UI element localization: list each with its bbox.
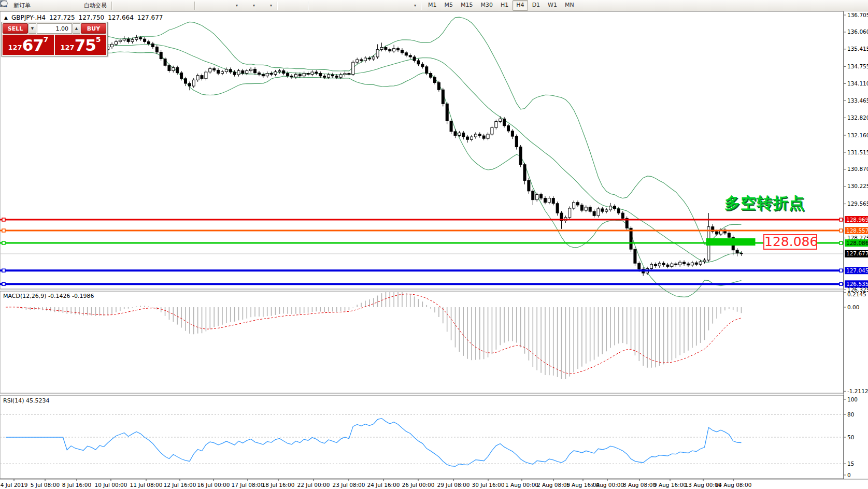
timeframe-H4[interactable]: H4	[513, 0, 528, 11]
timeframe-M1[interactable]: M1	[424, 0, 440, 11]
clock-icon	[243, 2, 251, 9]
sell-button[interactable]: SELL	[3, 23, 28, 34]
time-axis[interactable]: 4 Jul 20195 Jul 08:008 Jul 16:0010 Jul 0…	[1, 479, 752, 488]
volume-up-button[interactable]: ▲	[73, 23, 80, 34]
label-tool[interactable]: T	[389, 1, 401, 10]
sell-price-pip: 7	[44, 36, 49, 43]
rsi-label: RSI(14) 45.5234	[3, 397, 49, 404]
svg-text:128.557: 128.557	[846, 227, 868, 234]
horizontal-lines	[0, 218, 844, 285]
svg-text:23 Jul 08:00: 23 Jul 08:00	[333, 482, 365, 488]
rsi-axis[interactable]: 1008050150	[844, 396, 858, 478]
autotrading-button[interactable]: 自动交易	[73, 1, 109, 10]
ohlc-low: 127.664	[108, 14, 134, 22]
computer-icon	[49, 2, 56, 9]
cursor-icon	[282, 2, 290, 9]
one-click-trade-panel: SELL ▼ 1.00 ▲ BUY 127 67 7 127 75 5	[1, 22, 108, 56]
chart-forward-button[interactable]	[211, 1, 223, 10]
svg-text:24 Jul 16:00: 24 Jul 16:00	[367, 482, 400, 488]
symbol-marker-icon[interactable]: ▲	[4, 14, 8, 22]
bar-chart-button[interactable]	[115, 1, 127, 10]
text-icon: A	[378, 2, 386, 9]
svg-text:29 Jul 08:00: 29 Jul 08:00	[437, 482, 470, 488]
timeframe-D1[interactable]: D1	[529, 0, 544, 11]
svg-text:8 Aug 08:00: 8 Aug 08:00	[623, 482, 656, 488]
template-button[interactable]: ▾	[258, 1, 274, 10]
dropdown-caret-icon: ▾	[253, 3, 255, 8]
turning-point-annotation[interactable]: 多空转折点	[724, 193, 815, 214]
buy-button[interactable]: BUY	[81, 23, 106, 34]
arrows-tool[interactable]: ▾	[402, 1, 418, 10]
ohlc-close: 127.677	[137, 14, 163, 22]
timeframe-MN[interactable]: MN	[561, 0, 578, 11]
svg-text:2 Aug 08:00: 2 Aug 08:00	[537, 482, 570, 488]
dropdown-caret-icon: ▾	[236, 3, 238, 8]
chart-end-icon	[213, 2, 221, 9]
cursor-tool[interactable]	[280, 1, 292, 10]
gold-diamond-icon	[36, 2, 44, 9]
autotrading-icon	[75, 2, 82, 9]
add-indicator-button[interactable]: ▾	[224, 1, 240, 10]
toolbar-separator	[308, 2, 309, 10]
timeframe-M5[interactable]: M5	[441, 0, 457, 11]
terminal-button[interactable]	[47, 1, 59, 10]
sell-price-big: 67	[22, 37, 44, 53]
template-icon	[260, 2, 268, 9]
ohlc-high: 127.750	[79, 14, 105, 22]
volume-down-button[interactable]: ▼	[29, 23, 36, 34]
zoom-out-icon	[169, 2, 177, 9]
svg-text:4 Jul 2019: 4 Jul 2019	[1, 482, 28, 488]
timeframe-W1[interactable]: W1	[544, 0, 561, 11]
svg-text:129.565: 129.565	[847, 200, 868, 207]
add-indicator-icon	[226, 2, 234, 9]
svg-text:80: 80	[847, 411, 854, 418]
candle-chart-button[interactable]	[128, 1, 140, 10]
timeframe-M15[interactable]: M15	[457, 0, 477, 11]
price-box-annotation[interactable]: 128.086	[763, 234, 817, 250]
zoom-in-button[interactable]	[154, 1, 166, 10]
candles	[5, 31, 743, 276]
signals-button[interactable]	[60, 1, 72, 10]
svg-text:126.535: 126.535	[846, 281, 868, 287]
svg-text:1 Aug 00:00: 1 Aug 00:00	[505, 482, 538, 488]
price-axis[interactable]: 136.705136.060135.415134.755134.110133.4…	[844, 11, 868, 479]
hline-tool[interactable]	[324, 1, 336, 10]
rsi-panel-content	[0, 414, 844, 466]
crosshair-tool[interactable]	[293, 1, 305, 10]
toolbar: 新订单 自动交易	[0, 0, 868, 11]
tile-windows-button[interactable]	[180, 1, 192, 10]
line-chart-button[interactable]	[141, 1, 153, 10]
macd-axis[interactable]: 0.21450.00-1.2112	[844, 291, 868, 394]
toolbar-separator	[277, 2, 278, 10]
styler-button[interactable]	[34, 1, 46, 10]
sell-price[interactable]: 127 67 7	[3, 35, 54, 55]
period-button[interactable]: ▾	[241, 1, 257, 10]
chat-icon[interactable]	[855, 2, 863, 9]
bar-chart-icon	[117, 2, 125, 9]
tile-windows-icon	[182, 2, 190, 9]
vline-tool[interactable]	[311, 1, 323, 10]
search-icon[interactable]	[844, 2, 852, 9]
buy-price-prefix: 127	[60, 42, 74, 53]
bollinger-bands	[83, 17, 742, 297]
timeframe-H1[interactable]: H1	[497, 0, 512, 11]
zoom-out-button[interactable]	[167, 1, 179, 10]
svg-text:14 Aug 08:00: 14 Aug 08:00	[715, 482, 752, 488]
buy-price[interactable]: 127 75 5	[55, 35, 106, 55]
crosshair-icon	[295, 2, 303, 9]
svg-text:30 Jul 16:00: 30 Jul 16:00	[472, 482, 505, 488]
symbol-title: GBPJPY-,H4	[11, 14, 46, 22]
volume-input[interactable]: 1.00	[37, 23, 72, 34]
chart-canvas[interactable]: 136.705136.060135.415134.755134.110133.4…	[0, 11, 868, 489]
indicator-window-button[interactable]	[198, 1, 210, 10]
svg-text:10 Jul 00:00: 10 Jul 00:00	[95, 482, 127, 488]
text-tool[interactable]: A	[376, 1, 388, 10]
fibonacci-tool[interactable]: F	[363, 1, 375, 10]
trendline-tool[interactable]	[337, 1, 349, 10]
channel-tool[interactable]: E	[350, 1, 362, 10]
line-chart-icon	[143, 2, 151, 9]
svg-text:8 Jul 16:00: 8 Jul 16:00	[62, 482, 91, 488]
new-order-label: 新订单	[13, 2, 31, 9]
timeframe-M30[interactable]: M30	[477, 0, 497, 11]
vertical-line-icon	[314, 2, 321, 9]
